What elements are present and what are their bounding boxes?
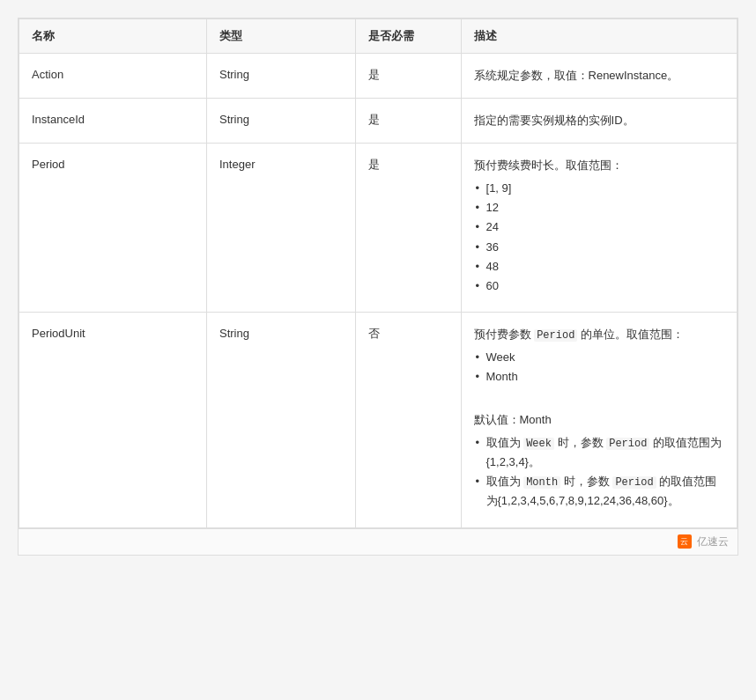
cell-description: 预付费参数 Period 的单位。取值范围：WeekMonth默认值：Month… xyxy=(461,312,737,527)
header-name: 名称 xyxy=(19,19,207,54)
cell-type: Integer xyxy=(206,144,355,313)
cell-description: 预付费续费时长。取值范围：[1, 9]1224364860 xyxy=(461,144,737,313)
cell-description: 系统规定参数，取值：RenewInstance。 xyxy=(461,54,737,99)
cell-name: InstanceId xyxy=(19,99,207,144)
header-required: 是否必需 xyxy=(356,19,461,54)
cell-name: Action xyxy=(19,54,207,99)
table-header-row: 名称 类型 是否必需 描述 xyxy=(19,19,737,54)
cell-required: 是 xyxy=(356,54,461,99)
table-row: PeriodInteger是预付费续费时长。取值范围：[1, 9]1224364… xyxy=(19,144,737,313)
header-type: 类型 xyxy=(206,19,355,54)
table-row: PeriodUnitString否预付费参数 Period 的单位。取值范围：W… xyxy=(19,312,737,527)
watermark-label: 亿速云 xyxy=(697,535,729,548)
cell-name: Period xyxy=(19,144,207,313)
watermark-icon: 云 xyxy=(678,534,692,549)
table-row: InstanceIdString是指定的需要实例规格的实例ID。 xyxy=(19,99,737,144)
watermark: 云 亿速云 xyxy=(19,528,737,555)
cell-type: String xyxy=(206,312,355,527)
cell-type: String xyxy=(206,99,355,144)
cell-name: PeriodUnit xyxy=(19,312,207,527)
api-params-table: 名称 类型 是否必需 描述 ActionString是系统规定参数，取值：Ren… xyxy=(18,18,738,556)
cell-required: 否 xyxy=(356,312,461,527)
cell-required: 是 xyxy=(356,99,461,144)
cell-description: 指定的需要实例规格的实例ID。 xyxy=(461,99,737,144)
table-row: ActionString是系统规定参数，取值：RenewInstance。 xyxy=(19,54,737,99)
cell-required: 是 xyxy=(356,144,461,313)
header-description: 描述 xyxy=(461,19,737,54)
cell-type: String xyxy=(206,54,355,99)
